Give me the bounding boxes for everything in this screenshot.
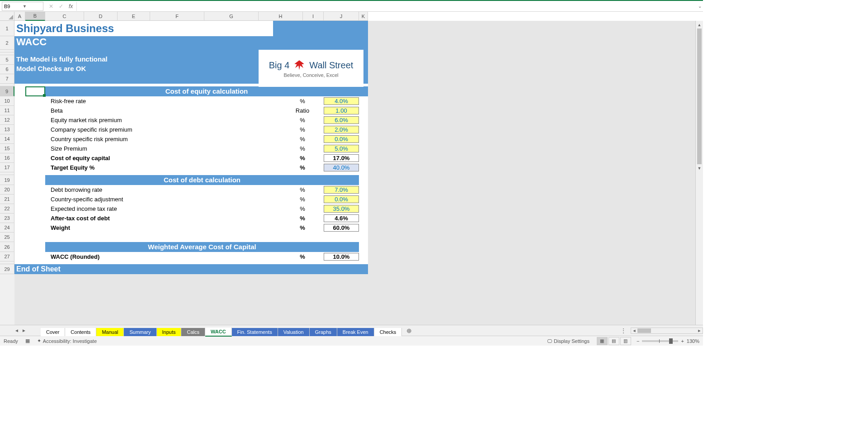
row-header-2[interactable]: 2: [0, 36, 14, 50]
display-settings[interactable]: 🖵Display Settings: [547, 338, 590, 344]
row-value[interactable]: 60.0%: [324, 224, 359, 232]
chevron-down-icon[interactable]: ▼: [23, 4, 41, 9]
expand-formula-icon[interactable]: ⌄: [697, 4, 703, 9]
row-header-22[interactable]: 22: [0, 204, 14, 214]
col-header-K[interactable]: K: [359, 12, 368, 21]
select-all-corner[interactable]: [0, 12, 14, 21]
data-row: Company specific risk premium%2.0%: [14, 125, 368, 134]
col-header-I[interactable]: I: [303, 12, 324, 21]
scroll-left-icon[interactable]: ◄: [631, 328, 637, 333]
macro-record-icon[interactable]: ▦: [25, 338, 30, 344]
row-header-20[interactable]: 20: [0, 185, 14, 195]
row-header-1[interactable]: 1: [0, 21, 14, 36]
col-header-D[interactable]: D: [84, 12, 118, 21]
sheet-tab-checks[interactable]: Checks: [374, 328, 402, 336]
sheet-tab-graphs[interactable]: Graphs: [310, 328, 337, 336]
row-unit: %: [285, 196, 320, 203]
zoom-level[interactable]: 130%: [687, 338, 699, 344]
col-header-C[interactable]: C: [45, 12, 84, 21]
row-label: Debt borrowing rate: [51, 186, 102, 193]
normal-view-button[interactable]: ▦: [597, 337, 608, 345]
col-header-A[interactable]: A: [14, 12, 25, 21]
vertical-scrollbar[interactable]: ▲ ▼: [695, 21, 703, 325]
row-value[interactable]: 7.0%: [324, 186, 359, 194]
name-box[interactable]: B9 ▼: [2, 2, 43, 11]
logo-subtitle: Believe, Conceive, Excel: [283, 72, 338, 78]
sheet-tab-break-even[interactable]: Break Even: [337, 328, 374, 336]
sheet-tab-manual[interactable]: Manual: [96, 328, 124, 336]
row-header-27[interactable]: 27: [0, 252, 14, 261]
row-header-19[interactable]: 19: [0, 175, 14, 185]
row-value[interactable]: 35.0%: [324, 205, 359, 213]
zoom-slider[interactable]: [642, 340, 678, 342]
row-header-25[interactable]: 25: [0, 233, 14, 242]
row-header-13[interactable]: 13: [0, 125, 14, 134]
row-value[interactable]: 5.0%: [324, 145, 359, 152]
row-value[interactable]: 0.0%: [324, 135, 359, 143]
sheet-tab-contents[interactable]: Contents: [65, 328, 96, 336]
row-header-17[interactable]: 17: [0, 163, 14, 172]
cells-area[interactable]: Shipyard BusinessWACCThe Model is fully …: [14, 21, 703, 325]
sheet-tab-calcs[interactable]: Calcs: [181, 328, 205, 336]
horizontal-scrollbar[interactable]: ◄ ►: [631, 328, 703, 334]
sheet-tab-fin--statements[interactable]: Fin. Statements: [232, 328, 278, 336]
row-header-6[interactable]: 6: [0, 65, 14, 74]
row-value[interactable]: 10.0%: [324, 253, 359, 261]
col-header-F[interactable]: F: [150, 12, 204, 21]
data-row: WACC (Rounded)%10.0%: [14, 252, 368, 261]
fx-icon[interactable]: fx: [69, 3, 73, 10]
page-break-view-button[interactable]: ▥: [620, 337, 631, 345]
formula-input[interactable]: [76, 2, 697, 11]
sheet-tab-cover[interactable]: Cover: [41, 328, 65, 336]
row-label: WACC (Rounded): [51, 253, 99, 260]
row-header-23[interactable]: 23: [0, 214, 14, 223]
row-header-24[interactable]: 24: [0, 223, 14, 233]
row-value[interactable]: 4.0%: [324, 97, 359, 105]
scroll-thumb[interactable]: [697, 28, 702, 164]
hscroll-thumb[interactable]: [637, 328, 651, 333]
tab-nav[interactable]: ◄►: [0, 328, 41, 333]
row-value[interactable]: 0.0%: [324, 195, 359, 203]
row-header-5[interactable]: 5: [0, 55, 14, 65]
data-row: Country-specific adjustment%0.0%: [14, 195, 368, 204]
row-value[interactable]: 6.0%: [324, 116, 359, 124]
zoom-in-button[interactable]: +: [681, 338, 684, 344]
col-header-H[interactable]: H: [259, 12, 303, 21]
sheet-tab-summary[interactable]: Summary: [124, 328, 156, 336]
scroll-down-icon[interactable]: ▼: [696, 164, 703, 172]
row-header-16[interactable]: 16: [0, 153, 14, 163]
row-header-26[interactable]: 26: [0, 242, 14, 252]
row-header-15[interactable]: 15: [0, 144, 14, 153]
row-header-29[interactable]: 29: [0, 264, 14, 274]
zoom-out-button[interactable]: −: [637, 338, 639, 344]
row-unit: %: [285, 126, 320, 133]
row-header-10[interactable]: 10: [0, 96, 14, 106]
new-sheet-button[interactable]: ⊕: [402, 327, 416, 334]
row-header-12[interactable]: 12: [0, 115, 14, 125]
col-header-J[interactable]: J: [324, 12, 359, 21]
row-header-9[interactable]: 9: [0, 86, 14, 96]
col-header-B[interactable]: B: [25, 12, 45, 21]
page-layout-view-button[interactable]: ▤: [609, 337, 619, 345]
scroll-up-icon[interactable]: ▲: [696, 21, 703, 28]
row-value[interactable]: 2.0%: [324, 126, 359, 133]
col-header-E[interactable]: E: [118, 12, 150, 21]
row-value[interactable]: 40.0%: [324, 164, 359, 171]
sheet-tab-bar: ◄► CoverContentsManualSummaryInputsCalcs…: [0, 325, 703, 336]
row-value[interactable]: 1.00: [324, 107, 359, 114]
sheet-tab-inputs[interactable]: Inputs: [157, 328, 182, 336]
row-header-14[interactable]: 14: [0, 134, 14, 144]
row-unit: %: [285, 253, 320, 260]
row-header-7[interactable]: 7: [0, 74, 14, 84]
row-header-11[interactable]: 11: [0, 106, 14, 115]
sheet-tab-wacc[interactable]: WACC: [205, 328, 232, 337]
scroll-right-icon[interactable]: ►: [696, 328, 703, 333]
col-header-G[interactable]: G: [204, 12, 259, 21]
row-value[interactable]: 4.6%: [324, 214, 359, 222]
tab-options-icon[interactable]: ⋮: [616, 328, 631, 334]
accessibility-status[interactable]: ✦Accessibility: Investigate: [37, 338, 97, 344]
row-header-21[interactable]: 21: [0, 195, 14, 204]
section-header-debt: Cost of debt calculation: [45, 175, 359, 185]
sheet-tab-valuation[interactable]: Valuation: [278, 328, 310, 336]
row-value[interactable]: 17.0%: [324, 154, 359, 162]
